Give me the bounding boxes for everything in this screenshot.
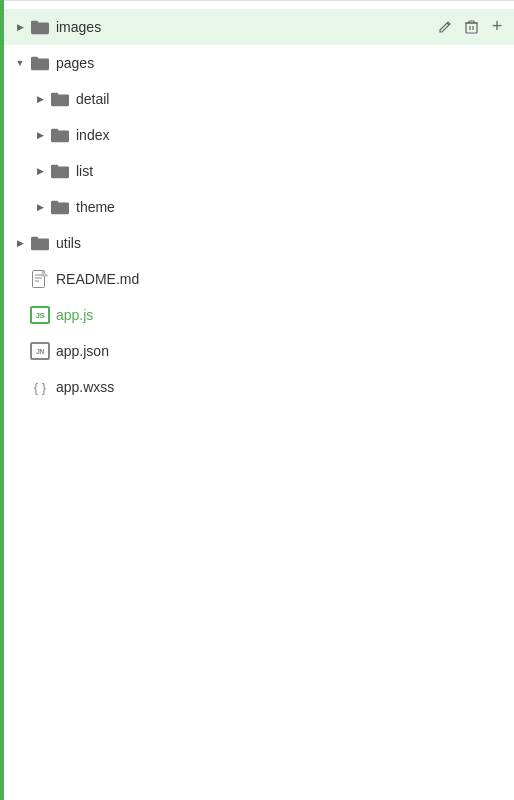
svg-rect-10 bbox=[51, 165, 58, 169]
svg-rect-2 bbox=[466, 23, 477, 33]
json-badge-icon: JN bbox=[30, 342, 50, 360]
svg-rect-1 bbox=[31, 21, 38, 25]
folder-icon-theme bbox=[50, 197, 70, 217]
file-tree: images + bbox=[4, 1, 514, 413]
file-tree-container: images + bbox=[0, 0, 514, 800]
tree-item-theme[interactable]: theme bbox=[4, 189, 514, 225]
folder-icon-detail bbox=[50, 89, 70, 109]
chevron-list bbox=[32, 163, 48, 179]
tree-item-readme[interactable]: README.md bbox=[4, 261, 514, 297]
folder-icon-utils bbox=[30, 233, 50, 253]
folder-icon-images bbox=[30, 17, 50, 37]
delete-icon[interactable] bbox=[462, 18, 480, 36]
readme-file-icon bbox=[30, 269, 50, 289]
label-index: index bbox=[76, 127, 506, 143]
chevron-pages bbox=[12, 55, 28, 71]
chevron-index bbox=[32, 127, 48, 143]
tree-item-list[interactable]: list bbox=[4, 153, 514, 189]
label-list: list bbox=[76, 163, 506, 179]
tree-item-appwxss[interactable]: { } app.wxss bbox=[4, 369, 514, 405]
label-appwxss: app.wxss bbox=[56, 379, 506, 395]
label-readme: README.md bbox=[56, 271, 506, 287]
svg-rect-6 bbox=[51, 93, 58, 97]
chevron-images bbox=[12, 19, 28, 35]
folder-icon-pages bbox=[30, 53, 50, 73]
tree-item-detail[interactable]: detail bbox=[4, 81, 514, 117]
tree-item-appjs[interactable]: JS app.js bbox=[4, 297, 514, 333]
tree-item-appjson[interactable]: JN app.json bbox=[4, 333, 514, 369]
folder-icon-index bbox=[50, 125, 70, 145]
chevron-theme bbox=[32, 199, 48, 215]
tree-item-utils[interactable]: utils bbox=[4, 225, 514, 261]
label-theme: theme bbox=[76, 199, 506, 215]
action-icons-images: + bbox=[436, 18, 506, 36]
svg-rect-4 bbox=[31, 57, 38, 61]
label-images: images bbox=[56, 19, 436, 35]
chevron-utils bbox=[12, 235, 28, 251]
label-utils: utils bbox=[56, 235, 506, 251]
svg-rect-12 bbox=[51, 201, 58, 205]
svg-rect-14 bbox=[31, 237, 38, 241]
label-appjs: app.js bbox=[56, 307, 506, 323]
label-detail: detail bbox=[76, 91, 506, 107]
wxss-file-icon: { } bbox=[30, 377, 50, 397]
folder-icon-list bbox=[50, 161, 70, 181]
js-badge-icon: JS bbox=[30, 306, 50, 324]
chevron-detail bbox=[32, 91, 48, 107]
tree-item-images[interactable]: images + bbox=[4, 9, 514, 45]
edit-icon[interactable] bbox=[436, 18, 454, 36]
add-icon[interactable]: + bbox=[488, 18, 506, 36]
label-pages: pages bbox=[56, 55, 506, 71]
svg-rect-8 bbox=[51, 129, 58, 133]
label-appjson: app.json bbox=[56, 343, 506, 359]
tree-item-pages[interactable]: pages bbox=[4, 45, 514, 81]
tree-item-index[interactable]: index bbox=[4, 117, 514, 153]
